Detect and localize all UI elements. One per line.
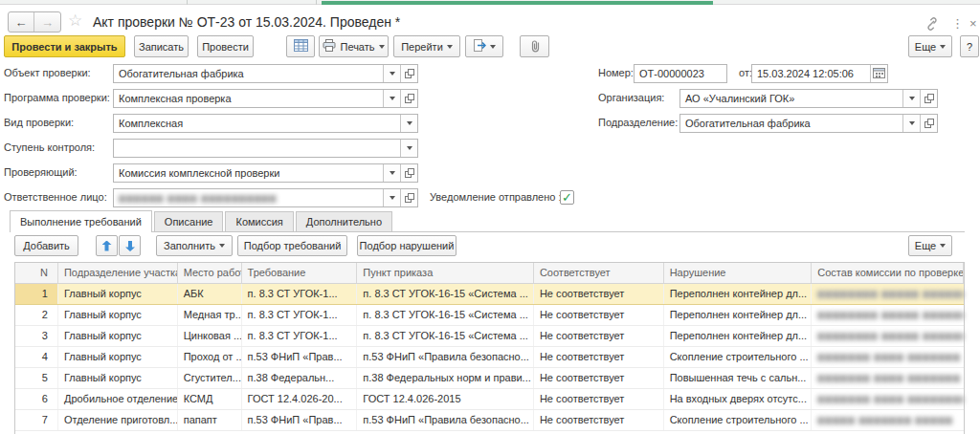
- cell-order-clause[interactable]: п. 8.3 СТ УГОК-16-15 «Система ...: [357, 305, 534, 325]
- cell-violation[interactable]: Переполнен контейнер дл...: [664, 326, 813, 346]
- dropdown-button[interactable]: [383, 164, 400, 182]
- cell-compliance[interactable]: Не соответствует: [534, 347, 664, 367]
- table-row[interactable]: 4 Главный корпус Проход от ... п.53 ФНиП…: [15, 347, 964, 368]
- field-value[interactable]: ОТ-00000023: [635, 65, 726, 82]
- cell-requirement[interactable]: п. 8.3 СТ УГОК-1...: [242, 305, 358, 325]
- open-button[interactable]: [400, 90, 417, 107]
- cell-place[interactable]: КСМД: [178, 389, 242, 409]
- form-more-button[interactable]: Еще: [908, 35, 952, 57]
- table-row[interactable]: 5 Главный корпус Сгустител... п.38 Федер…: [15, 368, 964, 389]
- send-document-button[interactable]: [465, 35, 503, 57]
- grid-more-button[interactable]: Еще: [908, 235, 952, 256]
- dropdown-button[interactable]: [383, 90, 400, 107]
- cell-requirement[interactable]: п. 8.3 СТ УГОК-1...: [242, 284, 358, 304]
- pick-violations-button[interactable]: Подбор нарушений: [357, 235, 457, 256]
- cell-violation[interactable]: Повышенная течь с сальн...: [664, 368, 813, 388]
- cell-requirement[interactable]: п.38 Федеральн...: [242, 368, 358, 388]
- print-button[interactable]: Печать: [319, 35, 389, 57]
- cell-place[interactable]: АБК: [178, 284, 242, 304]
- cell-violation[interactable]: Скопление строительного ...: [664, 347, 813, 367]
- fill-button[interactable]: Заполнить: [156, 235, 233, 256]
- dropdown-button[interactable]: [902, 115, 920, 132]
- forward-button[interactable]: →: [34, 12, 60, 32]
- field-value[interactable]: Комплексная проверка: [114, 90, 383, 107]
- cell-place[interactable]: Проход от ...: [178, 347, 242, 367]
- field-value[interactable]: 15.03.2024 12:05:06: [752, 65, 870, 82]
- notification-sent-checkbox[interactable]: ✓: [560, 190, 574, 205]
- move-down-button[interactable]: [119, 235, 141, 256]
- cell-violation[interactable]: Переполнен контейнер дл...: [664, 305, 813, 325]
- table-row[interactable]: 6 Дробильное отделение КСМД ГОСТ 12.4.02…: [15, 389, 964, 410]
- cell-commission-redacted[interactable]: ▆▆▆▆▆▆▆ ▆▆▆▆ ▆▆▆▆▆▆▆▆: [812, 389, 964, 409]
- cell-order-clause[interactable]: п. 8.3 СТ УГОК-16-15 «Система ...: [357, 284, 534, 304]
- cell-commission-redacted[interactable]: ▆▆▆▆▆▆▆▆ ▆▆▆▆▆ ▆▆▆▆▆▆: [812, 305, 964, 325]
- cell-commission-redacted[interactable]: ▆▆▆▆▆ ▆▆▆▆▆▆▆ ▆▆▆▆▆: [812, 410, 964, 430]
- cell-n[interactable]: 6: [15, 389, 58, 409]
- cell-violation[interactable]: На входных дверях отсутс...: [664, 389, 813, 409]
- back-button[interactable]: ←: [9, 12, 34, 32]
- cell-department[interactable]: Главный корпус: [58, 347, 178, 367]
- cell-compliance[interactable]: Не соответствует: [534, 284, 664, 304]
- table-row[interactable]: 2 Главный корпус Медная тр... п. 8.3 СТ …: [15, 305, 964, 326]
- cell-order-clause[interactable]: п. 8.3 СТ УГОК-16-15 «Система ...: [357, 326, 534, 346]
- cell-n[interactable]: 2: [15, 305, 58, 325]
- move-up-button[interactable]: [96, 235, 118, 256]
- cell-place[interactable]: Медная тр...: [178, 305, 242, 325]
- tab-requirements[interactable]: Выполнение требований: [10, 210, 152, 232]
- window-menu-icon[interactable]: ⋮: [951, 16, 964, 31]
- dropdown-button[interactable]: [400, 115, 417, 132]
- cell-compliance[interactable]: Не соответствует: [534, 326, 664, 346]
- cell-n[interactable]: 4: [15, 347, 58, 367]
- cell-requirement[interactable]: п.53 ФНиП «Прав...: [242, 410, 358, 430]
- cell-commission-redacted[interactable]: ▆▆▆▆▆▆▆▆ ▆▆▆▆▆ ▆▆▆▆▆▆: [812, 326, 964, 346]
- cell-place[interactable]: папапт: [178, 410, 242, 430]
- table-row[interactable]: 1 Главный корпус АБК п. 8.3 СТ УГОК-1...…: [15, 284, 964, 305]
- help-button[interactable]: ?: [960, 35, 979, 57]
- cell-department[interactable]: Главный корпус: [58, 326, 178, 346]
- cell-requirement[interactable]: п.53 ФНиП «Прав...: [242, 347, 358, 367]
- cell-department[interactable]: Отделение приготовл...: [58, 410, 178, 430]
- get-link-icon[interactable]: [924, 17, 940, 33]
- cell-place[interactable]: Сгустител...: [178, 368, 242, 388]
- cell-requirement[interactable]: п. 8.3 СТ УГОК-1...: [242, 326, 358, 346]
- cell-compliance[interactable]: Не соответствует: [534, 389, 664, 409]
- cell-commission-redacted[interactable]: ▆▆▆▆▆▆▆ ▆▆▆▆ ▆▆▆▆▆▆▆: [812, 347, 964, 367]
- cell-violation[interactable]: Скопление строительного ...: [664, 410, 813, 430]
- tab-additional[interactable]: Дополнительно: [296, 211, 392, 231]
- close-window-icon[interactable]: ×: [969, 16, 977, 31]
- goto-button[interactable]: Перейти: [393, 35, 460, 57]
- cell-department[interactable]: Дробильное отделение: [58, 389, 178, 409]
- field-value[interactable]: Комиссия комплексной проверки: [114, 164, 383, 182]
- schedule-grid-button[interactable]: [286, 35, 315, 57]
- cell-order-clause[interactable]: п.53 ФНиП «Правила безопасно...: [357, 410, 534, 430]
- field-value[interactable]: Комплексная: [114, 115, 400, 132]
- dropdown-button[interactable]: [902, 90, 920, 107]
- cell-commission-redacted[interactable]: ▆▆▆▆▆▆▆ ▆▆▆▆ ▆▆▆▆▆▆▆: [812, 368, 964, 388]
- save-button[interactable]: Записать: [134, 35, 189, 57]
- field-value[interactable]: Обогатительная фабрика: [680, 115, 902, 132]
- cell-department[interactable]: Главный корпус: [58, 368, 178, 388]
- cell-violation[interactable]: Переполнен контейнер дл...: [664, 284, 813, 304]
- attachments-button[interactable]: [520, 35, 549, 57]
- cell-n[interactable]: 1: [15, 284, 58, 304]
- dropdown-button[interactable]: [383, 65, 400, 82]
- table-row[interactable]: 3 Главный корпус Цинковая ... п. 8.3 СТ …: [15, 326, 964, 347]
- cell-department[interactable]: Главный корпус: [58, 305, 178, 325]
- dropdown-button[interactable]: [383, 189, 400, 206]
- field-value-redacted[interactable]: ▆▆▆▆▆▆ ▆▆▆▆ ▆▆▆▆▆▆▆▆▆▆: [114, 189, 383, 206]
- cell-requirement[interactable]: ГОСТ 12.4.026-20...: [242, 389, 358, 409]
- field-value[interactable]: Обогатительная фабрика: [114, 65, 383, 82]
- open-button[interactable]: [400, 164, 417, 182]
- cell-n[interactable]: 7: [15, 410, 58, 430]
- add-row-button[interactable]: Добавить: [14, 235, 78, 256]
- cell-compliance[interactable]: Не соответствует: [534, 368, 664, 388]
- cell-n[interactable]: 5: [15, 368, 58, 388]
- tab-description[interactable]: Описание: [154, 211, 224, 231]
- cell-order-clause[interactable]: п.53 ФНиП «Правила безопасно...: [357, 347, 534, 367]
- cell-place[interactable]: Цинковая ...: [178, 326, 242, 346]
- cell-order-clause[interactable]: ГОСТ 12.4.026-2015: [357, 389, 534, 409]
- table-row[interactable]: 7 Отделение приготовл... папапт п.53 ФНи…: [15, 410, 964, 431]
- field-value[interactable]: [114, 140, 400, 157]
- cell-department[interactable]: Главный корпус: [58, 284, 178, 304]
- open-button[interactable]: [920, 115, 937, 132]
